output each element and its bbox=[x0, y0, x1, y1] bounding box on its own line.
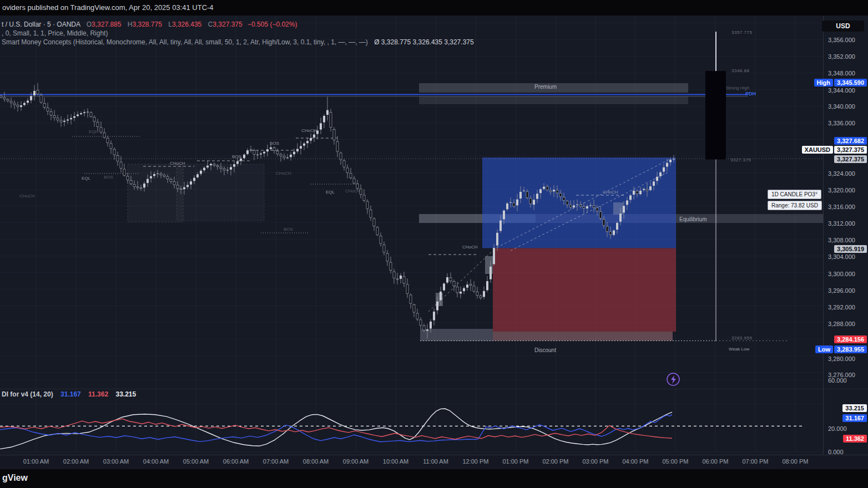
smc-label: CHoCH bbox=[276, 171, 291, 176]
candle-body bbox=[569, 205, 572, 207]
candle-body bbox=[147, 179, 149, 183]
price-label-row: High3,345.590 bbox=[814, 79, 867, 87]
candle-body bbox=[420, 320, 422, 326]
candle-body bbox=[499, 221, 502, 231]
time-tick: 06:00 PM bbox=[702, 458, 728, 465]
currency-toggle-button[interactable]: USD bbox=[822, 21, 864, 32]
zone-label: Discount bbox=[534, 347, 556, 353]
candle-body bbox=[636, 191, 638, 194]
candle-body bbox=[376, 227, 379, 235]
candle-body bbox=[180, 189, 182, 189]
candle-body bbox=[603, 219, 605, 225]
time-tick: 01:00 PM bbox=[502, 458, 528, 465]
candle-body bbox=[586, 206, 588, 209]
price-tick: 60.000 bbox=[828, 377, 847, 384]
candle-body bbox=[563, 197, 565, 200]
candle-body bbox=[123, 169, 125, 175]
candle-body bbox=[233, 164, 235, 166]
price-label-tag: XAUUSD bbox=[802, 146, 833, 154]
candle-body bbox=[476, 292, 478, 296]
candle-body bbox=[566, 201, 568, 205]
zone-label: Weak Low bbox=[729, 347, 749, 352]
candle-body bbox=[559, 194, 562, 197]
candle-body bbox=[323, 116, 325, 123]
candle-body bbox=[480, 296, 482, 298]
candle-body bbox=[669, 160, 672, 162]
candle-body bbox=[646, 189, 648, 191]
time-tick: 02:00 AM bbox=[63, 458, 89, 465]
candle-body bbox=[579, 205, 582, 206]
candle-body bbox=[37, 90, 39, 94]
candle-body bbox=[609, 232, 612, 235]
candle-body bbox=[336, 141, 339, 151]
smc-label: EQL bbox=[326, 190, 335, 195]
price-label-value: 3,327.682 bbox=[834, 137, 867, 145]
candle-body bbox=[629, 195, 632, 200]
candle-body bbox=[380, 236, 382, 244]
price-label-tag: High bbox=[814, 79, 833, 87]
candle-body bbox=[280, 154, 282, 156]
candle-body bbox=[3, 98, 6, 99]
candle-body bbox=[370, 210, 372, 217]
price-label-row: XAUUSD3,327.375 bbox=[802, 146, 867, 154]
candle-body bbox=[320, 123, 322, 129]
candle-body bbox=[659, 172, 662, 176]
time-tick: 12:00 PM bbox=[462, 458, 488, 465]
candle-body bbox=[293, 152, 295, 154]
candle-body bbox=[326, 110, 329, 115]
candle-body bbox=[599, 212, 602, 218]
zone-rect bbox=[613, 202, 623, 215]
price-axis[interactable]: 3,356.0003,352.0003,348.0003,344.0003,34… bbox=[824, 16, 868, 455]
candle-body bbox=[466, 284, 468, 287]
smc-label: CHoCH bbox=[462, 245, 478, 250]
candle-body bbox=[343, 161, 345, 167]
time-tick: 05:00 AM bbox=[183, 458, 209, 465]
price-label-row: 3,305.919 bbox=[834, 245, 867, 253]
time-tick: 04:00 PM bbox=[622, 458, 648, 465]
smc-label: BOS bbox=[104, 175, 113, 180]
candle-body bbox=[546, 186, 548, 190]
price-tick: 3,348.000 bbox=[828, 70, 855, 77]
time-tick: 03:00 PM bbox=[582, 458, 608, 465]
candle-body bbox=[363, 195, 365, 201]
candle-body bbox=[639, 191, 642, 194]
price-label-value: 31.167 bbox=[842, 414, 867, 422]
candle-body bbox=[230, 167, 232, 169]
candle-body bbox=[330, 113, 332, 128]
price-tick: 0.000 bbox=[828, 449, 844, 455]
candle-body bbox=[643, 189, 645, 190]
candle-body bbox=[303, 144, 305, 146]
candle-body bbox=[506, 204, 508, 209]
candle-body bbox=[93, 117, 95, 121]
candle-body bbox=[253, 150, 255, 154]
grid bbox=[0, 16, 823, 452]
candle-body bbox=[310, 138, 312, 141]
price-label-value: 3,284.156 bbox=[834, 336, 867, 343]
candle-body bbox=[23, 103, 26, 105]
candle-body bbox=[60, 120, 62, 122]
price-label-row: 3,327.375 bbox=[834, 155, 867, 163]
candle-body bbox=[157, 174, 159, 174]
candle-body bbox=[150, 176, 152, 179]
price-tick: 3,356.000 bbox=[828, 37, 855, 43]
candle-body bbox=[33, 91, 36, 95]
price-label-row: 3,327.682 bbox=[834, 137, 867, 145]
candle-body bbox=[396, 279, 398, 279]
candle-body bbox=[270, 148, 272, 149]
candle-body bbox=[0, 96, 2, 97]
chart-canvas[interactable]: 3357.7753348.883327.3753283.955CHoCHEQHE… bbox=[0, 0, 868, 455]
candle-body bbox=[273, 148, 275, 151]
candle-body bbox=[260, 154, 262, 155]
time-axis[interactable]: 01:00 AM02:00 AM03:00 AM04:00 AM05:00 AM… bbox=[0, 455, 868, 470]
smc-label: CHoCH bbox=[19, 194, 35, 199]
candle-body bbox=[393, 272, 395, 278]
candle-body bbox=[206, 166, 209, 167]
price-tick: 3,312.000 bbox=[828, 220, 855, 227]
di-series-ADX bbox=[0, 409, 672, 449]
candle-body bbox=[220, 167, 222, 169]
time-tick: 04:00 AM bbox=[143, 458, 169, 465]
candle-body bbox=[130, 181, 132, 184]
candle-body bbox=[87, 112, 89, 113]
candle-body bbox=[576, 205, 578, 205]
flash-order-button[interactable] bbox=[667, 373, 679, 385]
